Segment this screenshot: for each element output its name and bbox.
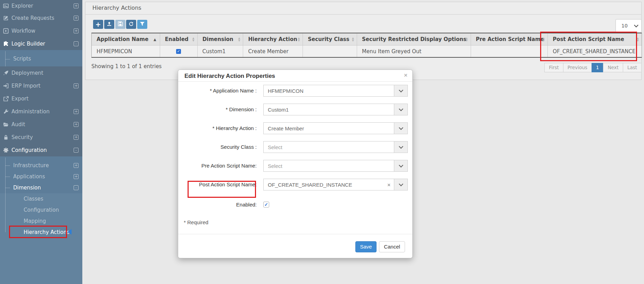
chevron-down-icon <box>399 107 403 111</box>
filter-button[interactable] <box>137 20 147 29</box>
pagination-page-1-button[interactable]: 1 <box>592 63 604 72</box>
field-row-security-class: Security Class : Select <box>178 141 413 153</box>
sidebar-item-audit[interactable]: Audit + <box>0 118 82 131</box>
pagination-previous-button[interactable]: Previous <box>563 63 592 72</box>
application-name-dropdown-button[interactable] <box>394 85 408 97</box>
chevron-down-icon <box>399 163 403 168</box>
edit-icon <box>3 15 9 21</box>
upload-icon <box>107 21 112 28</box>
enabled-checkbox[interactable]: ✓ <box>176 49 181 54</box>
save-icon <box>118 21 123 28</box>
save-button[interactable] <box>115 20 125 29</box>
pagination-last-button[interactable]: Last <box>623 63 642 72</box>
collapse-minus-icon[interactable]: - <box>74 185 79 190</box>
sidebar-item-create-requests[interactable]: Create Requests + <box>0 11 82 24</box>
add-button[interactable]: + <box>93 20 103 29</box>
hierarchy-action-dropdown-button[interactable] <box>394 122 408 134</box>
sidebar-item-export[interactable]: Export <box>0 92 82 105</box>
sidebar-item-applications[interactable]: Applications + <box>0 171 82 182</box>
expand-plus-icon[interactable]: + <box>74 3 79 8</box>
column-label: Security Restricted Display Options <box>362 36 467 42</box>
sidebar-item-workflow[interactable]: Workflow + <box>0 24 82 37</box>
sidebar-item-infrastructure[interactable]: Infrastructure + <box>0 160 82 171</box>
sidebar-item-logic-builder[interactable]: Logic Builder - <box>0 37 82 50</box>
column-label: Application Name <box>97 36 148 42</box>
showing-entries-text: Showing 1 to 1 of 1 entries <box>91 63 162 70</box>
expand-plus-icon[interactable]: + <box>74 163 79 168</box>
expand-plus-icon[interactable]: + <box>74 109 79 114</box>
pre-action-script-dropdown-button[interactable] <box>394 160 408 172</box>
upload-button[interactable] <box>104 20 114 29</box>
sort-asc-icon: ▲ <box>154 38 156 41</box>
sidebar-item-erp-import[interactable]: ERP Import + <box>0 79 82 92</box>
sidebar-item-label: Create Requests <box>11 15 54 21</box>
sidebar-item-label: Explorer <box>11 3 33 9</box>
application-name-field[interactable]: HFMEPMICON <box>263 85 394 97</box>
column-header-enabled[interactable]: Enabled▲▼ <box>160 33 198 45</box>
sidebar-item-label: Audit <box>11 121 25 128</box>
column-header-pre-action-script-name[interactable]: Pre Action Script Name▲▼ <box>471 33 548 45</box>
post-action-script-field[interactable]: OF_CREATE_SHARED_INSTANCE× <box>263 179 394 190</box>
sidebar-item-mapping[interactable]: Mapping <box>0 216 82 226</box>
close-icon[interactable]: × <box>404 72 407 79</box>
page-size-value: 10 <box>621 23 628 29</box>
page-size-select[interactable]: 10 <box>616 19 642 32</box>
collapse-minus-icon[interactable]: - <box>74 41 79 46</box>
cell-dimension: Custom1 <box>198 46 243 57</box>
sidebar: Explorer + Create Requests + Workflow + … <box>0 0 82 284</box>
sidebar-item-deployment[interactable]: Deployment <box>0 66 82 79</box>
save-button[interactable]: Save <box>355 241 377 252</box>
cell-security-class <box>303 46 357 57</box>
expand-plus-icon[interactable]: + <box>74 135 79 140</box>
column-header-dimension[interactable]: Dimension▲▼ <box>198 33 243 45</box>
pagination-next-button[interactable]: Next <box>603 63 623 72</box>
field-row-dimension: * Dimension : Custom1 <box>178 104 413 115</box>
expand-plus-icon[interactable]: + <box>74 174 79 179</box>
hierarchy-action-field[interactable]: Create Member <box>263 122 394 134</box>
dimension-field[interactable]: Custom1 <box>263 104 394 115</box>
collapse-minus-icon[interactable]: - <box>74 148 79 153</box>
column-header-hierarchy-action[interactable]: Hierarchy Action▲▼ <box>243 33 303 45</box>
lock-icon <box>3 134 9 140</box>
sidebar-item-label: Configuration <box>11 147 47 153</box>
refresh-button[interactable] <box>126 20 136 29</box>
security-class-field[interactable]: Select <box>263 141 394 153</box>
enabled-checkbox[interactable]: ✓ <box>263 202 269 208</box>
chevron-down-icon <box>399 88 403 92</box>
field-placeholder: Select <box>268 163 282 169</box>
expand-plus-icon[interactable]: + <box>74 29 79 33</box>
sidebar-item-dimension-configuration[interactable]: Configuration <box>0 204 82 216</box>
sidebar-item-dimension[interactable]: Dimension - <box>0 182 82 193</box>
expand-plus-icon[interactable]: + <box>74 83 79 88</box>
sidebar-item-label: Scripts <box>13 56 31 62</box>
dimension-dropdown-button[interactable] <box>394 104 408 115</box>
chevron-down-icon <box>399 125 403 130</box>
chevron-down-icon <box>634 23 638 27</box>
column-header-application-name[interactable]: Application Name▲ <box>92 33 160 45</box>
post-action-script-dropdown-button[interactable] <box>394 179 408 190</box>
column-header-security-class[interactable]: Security Class▲▼ <box>303 33 357 45</box>
sidebar-item-scripts[interactable]: Scripts <box>0 51 82 66</box>
cell-hierarchy-action: Create Member <box>243 46 303 57</box>
expand-plus-icon[interactable]: + <box>74 122 79 127</box>
plus-icon: + <box>96 21 101 28</box>
sort-icon: ▲▼ <box>637 37 639 42</box>
pre-action-script-field[interactable]: Select <box>263 160 394 172</box>
security-class-label: Security Class : <box>184 141 257 153</box>
column-label: Dimension <box>203 36 233 42</box>
sidebar-item-security[interactable]: Security + <box>0 131 82 144</box>
sidebar-item-classes[interactable]: Classes <box>0 193 82 204</box>
column-header-security-restricted-display-options[interactable]: Security Restricted Display Options▲▼ <box>357 33 471 45</box>
cancel-button[interactable]: Cancel <box>379 241 405 252</box>
clear-icon[interactable]: × <box>387 182 390 188</box>
sidebar-item-explorer[interactable]: Explorer + <box>0 0 82 11</box>
pagination-first-button[interactable]: First <box>544 63 563 72</box>
security-class-dropdown-button[interactable] <box>394 141 408 153</box>
import-icon <box>3 83 9 89</box>
sidebar-item-configuration[interactable]: Configuration - <box>0 144 82 156</box>
image-icon <box>3 3 9 9</box>
expand-plus-icon[interactable]: + <box>74 16 79 21</box>
sidebar-item-label: Security <box>11 134 33 140</box>
sidebar-item-administration[interactable]: Administration + <box>0 105 82 118</box>
cell-pre-action-script-name <box>471 46 548 57</box>
